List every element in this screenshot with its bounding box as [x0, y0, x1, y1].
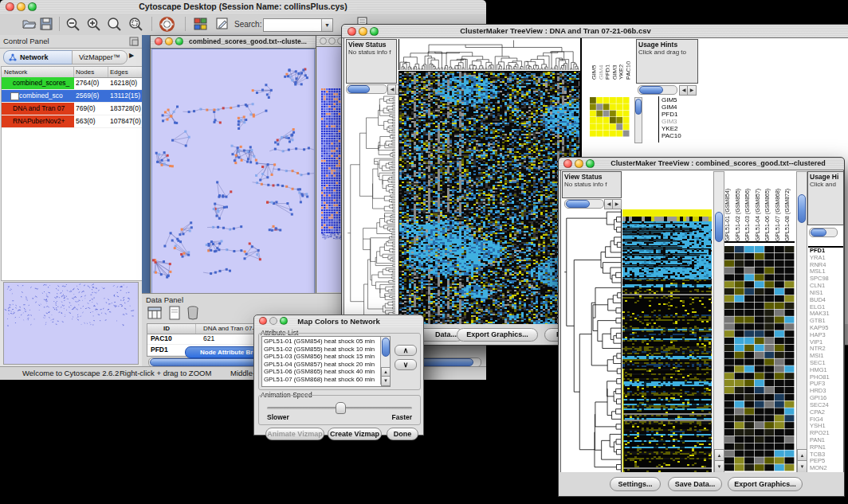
network-table-row[interactable]: combined_scores_2764(0)16218(0)	[2, 77, 142, 90]
edges-count: 107847(0)	[110, 115, 142, 127]
scroll-down-arrow[interactable]: ▼	[797, 460, 807, 473]
close-button[interactable]	[155, 37, 163, 45]
col-header-nodes[interactable]: Nodes	[76, 68, 94, 76]
speed-slider-thumb[interactable]	[336, 402, 346, 414]
treeview1-usage-scrollbar[interactable]	[638, 85, 677, 95]
open-folder-icon[interactable]	[22, 18, 37, 30]
treeview1-row-dendrogram[interactable]	[346, 96, 395, 323]
annotation-icon[interactable]	[215, 17, 230, 31]
gene-label: PFD1	[662, 111, 697, 118]
scroll-right-arrow[interactable]: ▶	[687, 85, 697, 96]
col-header-edges[interactable]: Edges	[110, 68, 128, 76]
tab-vizmapper[interactable]: VizMapper™	[72, 50, 128, 64]
new-attribute-icon[interactable]	[167, 306, 182, 320]
treeview2-vs-scrollbar[interactable]	[564, 199, 604, 209]
scroll-thumb[interactable]	[811, 229, 826, 236]
network-view-canvas[interactable]	[151, 49, 315, 294]
treeview1-titlebar[interactable]: ClusterMaker TreeView : DNA and Tran 07-…	[342, 25, 848, 38]
search-dropdown-arrow[interactable]: ▼	[321, 19, 332, 31]
delete-attribute-icon[interactable]	[186, 306, 199, 320]
close-button[interactable]	[320, 37, 327, 45]
main-titlebar[interactable]: Cytoscape Desktop (Session Name: collins…	[0, 0, 486, 14]
network-table-row[interactable]: combined_sco2569(6)13112(15)	[2, 90, 142, 103]
scroll-thumb[interactable]	[635, 99, 642, 115]
network-view-frame: combined_scores_good.txt--cluste...	[150, 35, 316, 295]
treeview1-column-labels: GIM5GIM4PFD1GIM3YKE2PAC10	[590, 41, 631, 80]
move-down-button[interactable]: ∨	[395, 359, 417, 370]
move-up-button[interactable]: ∧	[395, 345, 417, 356]
animate-vizmap-button[interactable]: Animate Vizmap	[265, 428, 324, 440]
treeview1-gene-labels: GIM5GIM4PFD1GIM3YKE2PAC10	[658, 96, 697, 143]
create-vizmap-button[interactable]: Create Vizmap	[328, 428, 382, 440]
treeview1-zoom-vscrollbar[interactable]	[634, 97, 642, 143]
vizmapper-palette-icon[interactable]	[194, 18, 207, 30]
treeview1-column-dendrogram[interactable]	[398, 39, 579, 70]
zoom-fit-icon[interactable]	[106, 17, 122, 32]
edges-count: 183728(0)	[110, 103, 142, 115]
zoom-selected-icon[interactable]	[128, 17, 143, 32]
network-table-row[interactable]: DNA and Tran 07769(0)183728(0)	[2, 103, 142, 115]
attribute-list[interactable]: GPL51-01 (GSM854) heat shock 05 minGPL51…	[261, 336, 391, 387]
network-name: combined_sco	[2, 90, 74, 102]
minimize-button[interactable]	[328, 37, 336, 45]
scroll-thumb[interactable]	[382, 338, 390, 357]
save-icon[interactable]	[40, 18, 53, 30]
attribute-item[interactable]: GPL51-06 (GSM865) heat shock 40 min	[264, 368, 390, 376]
done-button[interactable]: Done	[387, 428, 418, 440]
export-graphics-button[interactable]: Export Graphics...	[728, 477, 803, 491]
settings-button[interactable]: Settings...	[610, 477, 661, 491]
help-lifering-icon[interactable]	[159, 17, 175, 32]
close-button[interactable]	[563, 159, 572, 168]
dialog-titlebar[interactable]: Map Colors to Network	[254, 315, 423, 328]
zoom-out-icon[interactable]	[65, 17, 80, 32]
scroll-right-arrow[interactable]: ▶	[612, 199, 622, 209]
treeview1-zoom-heatmap[interactable]	[590, 97, 630, 139]
treeview2-usage-scrollbar[interactable]	[809, 228, 838, 237]
network-frame-titlebar[interactable]: combined_scores_good.txt--cluste...	[151, 36, 316, 49]
treeview2-titlebar[interactable]: ClusterMaker TreeView : combined_scores_…	[559, 158, 844, 170]
scroll-thumb[interactable]	[639, 86, 663, 94]
float-panel-icon[interactable]	[129, 37, 139, 46]
minimize-button[interactable]	[575, 159, 583, 168]
id-col-header[interactable]: ID	[163, 325, 170, 332]
treeview2-gene-labels: PFD1YRA1RNR4MSL1SPC98CLN1NIS1BUD4ELG1MAK…	[808, 246, 843, 473]
tab-overflow-arrow[interactable]: ▶	[129, 52, 134, 59]
view-status-title: View Status	[564, 173, 603, 181]
network-table-row[interactable]: RNAPuberNov2+563(0)107847(0)	[2, 115, 142, 128]
attribute-list-vscrollbar[interactable]: ▲ ▼	[380, 337, 390, 385]
map-colors-dialog: Map Colors to Network Attribute List GPL…	[253, 315, 424, 436]
treeview2-zoom-heatmap[interactable]	[724, 246, 795, 471]
attribute-item[interactable]: GPL51-07 (GSM868) heat shock 60 min	[264, 376, 390, 384]
scroll-down-arrow[interactable]: ▼	[714, 460, 724, 473]
treeview2-heatmap-vscrollbar[interactable]: ▲ ▼	[713, 171, 724, 474]
treeview2-row-dendrogram[interactable]	[562, 209, 622, 472]
zoom-in-icon[interactable]	[86, 17, 101, 32]
treeview2-zoom-vscrollbar[interactable]: ▲ ▼	[796, 171, 807, 474]
attribute-item[interactable]: GPL51-04 (GSM857) heat shock 20 min	[264, 361, 390, 369]
birdseye-view-canvas[interactable]	[3, 282, 139, 365]
scroll-thumb[interactable]	[566, 200, 590, 208]
scroll-down-arrow[interactable]: ▼	[381, 376, 391, 386]
tab-network[interactable]: Network	[3, 50, 73, 64]
treeview2-column-labels: GPL51-01 (GSM854)GPL51-02 (GSM855)GPL51-…	[724, 171, 795, 243]
col-header-network[interactable]: Network	[4, 68, 27, 76]
treeview1-heatmap[interactable]	[398, 71, 580, 325]
gene-label: GIM4	[662, 104, 697, 111]
save-data-button[interactable]: Save Data...	[668, 477, 722, 491]
treeview1-vs-scrollbar[interactable]	[346, 84, 387, 94]
export-graphics-button[interactable]: Export Graphics...	[457, 328, 538, 342]
select-attributes-icon[interactable]	[147, 306, 163, 320]
attribute-item[interactable]: GPL51-03 (GSM856) heat shock 15 min	[264, 353, 390, 361]
scroll-thumb[interactable]	[798, 194, 806, 223]
scroll-thumb[interactable]	[347, 85, 370, 93]
treeview2-heatmap[interactable]	[622, 209, 712, 472]
tab-network-label: Network	[20, 53, 49, 61]
zoom-button[interactable]	[175, 37, 183, 45]
gene-label: YKE2	[662, 125, 697, 132]
minimize-button[interactable]	[165, 37, 173, 45]
attribute-item[interactable]: GPL51-02 (GSM855) heat shock 10 min	[264, 346, 390, 354]
tab-vizmapper-label: VizMapper™	[79, 53, 120, 61]
scroll-thumb[interactable]	[715, 212, 723, 242]
search-input[interactable]: ▼	[263, 18, 333, 32]
attribute-item[interactable]: GPL51-01 (GSM854) heat shock 05 min	[264, 338, 390, 346]
